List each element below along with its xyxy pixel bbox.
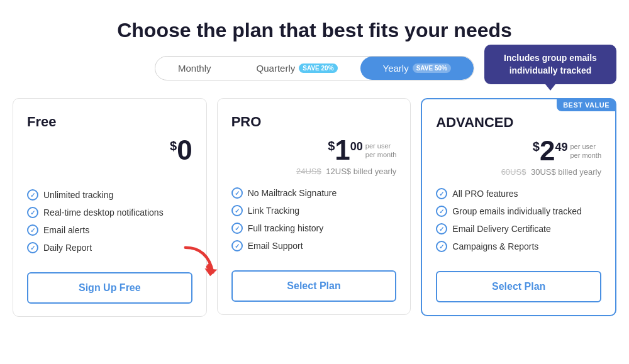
free-price-dollar: $ bbox=[170, 139, 177, 153]
check-icon: ✓ bbox=[436, 241, 447, 252]
free-price-number: 0 bbox=[177, 136, 192, 164]
check-icon: ✓ bbox=[27, 207, 38, 218]
free-cta-button[interactable]: Sign Up Free bbox=[27, 272, 192, 304]
list-item: ✓ Daily Report bbox=[27, 242, 192, 253]
advanced-plan-card: BEST VALUE ADVANCED $ 2 49 per userper m… bbox=[421, 98, 616, 316]
yearly-toggle[interactable]: Yearly SAVE 50% bbox=[360, 57, 474, 80]
pro-price-row: $ 1 00 per userper month bbox=[231, 136, 397, 164]
list-item: ✓ Email Support bbox=[231, 240, 397, 251]
check-icon: ✓ bbox=[231, 187, 243, 199]
advanced-price-row: $ 2 49 per userper month bbox=[436, 137, 601, 165]
check-icon: ✓ bbox=[27, 189, 38, 201]
check-icon: ✓ bbox=[231, 223, 243, 234]
best-value-badge: BEST VALUE bbox=[557, 99, 616, 111]
pro-price-dollar: $ bbox=[328, 139, 335, 153]
advanced-price-dollar: $ bbox=[533, 140, 540, 154]
billing-toggle: Monthly Quarterly SAVE 20% Yearly SAVE 5… bbox=[155, 56, 474, 80]
pro-plan-card: PRO $ 1 00 per userper month 24US$ 12US$… bbox=[217, 98, 411, 315]
advanced-features-list: ✓ All PRO features ✓ Group emails indivi… bbox=[436, 188, 601, 258]
pro-price-period: per userper month bbox=[365, 141, 397, 160]
group-email-tooltip: Includes group emails individually track… bbox=[484, 45, 616, 84]
free-plan-card: Free $ 0 ✓ Unlimited tracking ✓ Real-tim… bbox=[13, 98, 207, 317]
pro-price-number: 1 bbox=[335, 136, 350, 164]
yearly-save-badge: SAVE 50% bbox=[413, 63, 451, 73]
advanced-strikethrough: 60US$ bbox=[501, 167, 526, 177]
pro-billed-yearly: 24US$ 12US$ billed yearly bbox=[231, 167, 397, 176]
free-price-row: $ 0 bbox=[27, 136, 192, 164]
quarterly-label: Quarterly bbox=[257, 63, 296, 74]
pro-strikethrough: 24US$ bbox=[296, 167, 321, 176]
advanced-price-number: 2 bbox=[540, 137, 555, 165]
check-icon: ✓ bbox=[231, 240, 243, 251]
list-item: ✓ All PRO features bbox=[436, 188, 601, 199]
check-icon: ✓ bbox=[231, 205, 243, 216]
monthly-label: Monthly bbox=[178, 63, 211, 74]
advanced-billed-yearly: 60US$ 30US$ billed yearly bbox=[436, 167, 601, 177]
check-icon: ✓ bbox=[436, 223, 447, 234]
pro-price-cents: 00 bbox=[350, 140, 363, 153]
advanced-price-period: per userper month bbox=[570, 142, 601, 160]
list-item: ✓ Campaigns & Reports bbox=[436, 241, 601, 252]
list-item: ✓ No Mailtrack Signature bbox=[231, 187, 397, 199]
pricing-page: Choose the plan that best fits your need… bbox=[0, 0, 629, 364]
monthly-toggle[interactable]: Monthly bbox=[155, 57, 234, 80]
list-item: ✓ Email alerts bbox=[27, 224, 192, 236]
check-icon: ✓ bbox=[436, 206, 447, 217]
advanced-price-cents: 49 bbox=[555, 141, 567, 154]
list-item: ✓ Real-time desktop notifications bbox=[27, 207, 192, 218]
list-item: ✓ Group emails individually tracked bbox=[436, 206, 601, 217]
check-icon: ✓ bbox=[27, 224, 38, 236]
advanced-cta-button[interactable]: Select Plan bbox=[436, 271, 601, 302]
plan-cards-container: Includes group emails individually track… bbox=[13, 98, 616, 317]
check-icon: ✓ bbox=[27, 242, 38, 253]
pro-plan-name: PRO bbox=[231, 114, 397, 130]
quarterly-save-badge: SAVE 20% bbox=[299, 63, 337, 73]
list-item: ✓ Unlimited tracking bbox=[27, 189, 192, 201]
quarterly-toggle[interactable]: Quarterly SAVE 20% bbox=[234, 57, 360, 80]
free-plan-name: Free bbox=[27, 114, 192, 130]
check-icon: ✓ bbox=[436, 188, 447, 199]
free-features-list: ✓ Unlimited tracking ✓ Real-time desktop… bbox=[27, 189, 192, 260]
advanced-plan-name: ADVANCED bbox=[436, 114, 601, 131]
pro-features-list: ✓ No Mailtrack Signature ✓ Link Tracking… bbox=[231, 187, 397, 258]
svg-marker-0 bbox=[204, 268, 217, 276]
yearly-label: Yearly bbox=[383, 63, 409, 74]
list-item: ✓ Full tracking history bbox=[231, 223, 397, 234]
list-item: ✓ Link Tracking bbox=[231, 205, 397, 216]
list-item: ✓ Email Delivery Certificate bbox=[436, 223, 601, 234]
pro-cta-button[interactable]: Select Plan bbox=[231, 270, 397, 302]
page-headline: Choose the plan that best fits your need… bbox=[117, 19, 512, 42]
